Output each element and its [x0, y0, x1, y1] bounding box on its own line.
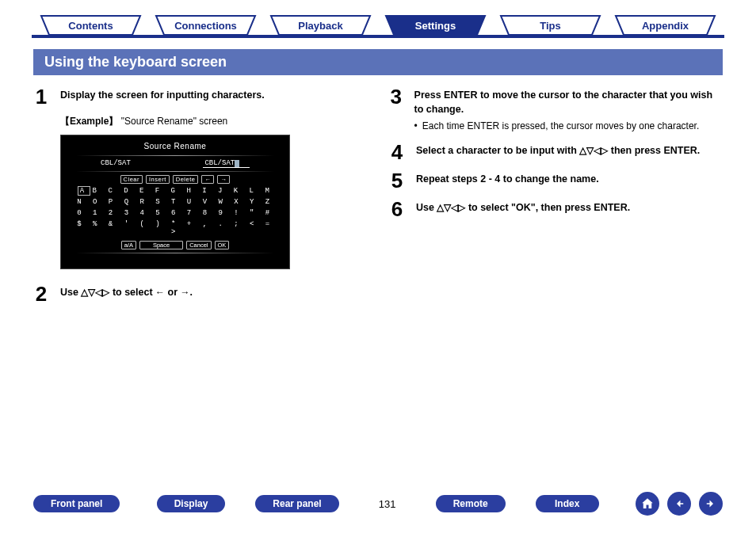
- step-4-body: Select a character to be input with △▽◁▷…: [416, 142, 700, 158]
- tab-connections-label: Connections: [148, 14, 263, 36]
- step-3-text: Press ENTER to move the cursor to the ch…: [414, 89, 712, 115]
- step-2-num: 2: [33, 284, 49, 304]
- svg-rect-1: [707, 503, 711, 504]
- content-columns: 1 Display the screen for inputting chara…: [0, 75, 756, 312]
- kb-cursor: [235, 160, 239, 167]
- svg-rect-0: [679, 503, 683, 504]
- kb-edit-field: CBL/SAT: [203, 159, 250, 168]
- kb-selected-A: A: [78, 186, 90, 196]
- prev-page-button[interactable]: [667, 492, 691, 516]
- kb-cancel-button: Cancel: [186, 241, 211, 249]
- example-prefix: 【Example】: [60, 116, 118, 127]
- bottom-middle-group: Display Rear panel 131 Remote Index: [120, 495, 636, 512]
- step-6-text-b: to select "OK", then press ENTER.: [465, 202, 630, 213]
- step-6-num: 6: [389, 199, 405, 219]
- kb-title: Source Rename: [72, 142, 278, 150]
- kb-alpha-row1-rest: B C D E F G H I J K L M: [93, 187, 273, 195]
- kb-right-label: CBL/SAT: [204, 159, 235, 167]
- arrow-left-icon: [672, 497, 686, 511]
- tab-playback-label: Playback: [263, 14, 378, 36]
- step-2: 2 Use △▽◁▷ to select ← or →.: [33, 284, 367, 304]
- nav-arrows-icon-2: △▽◁▷: [579, 145, 608, 156]
- kb-row-labels: CBL/SAT CBL/SAT: [72, 159, 278, 168]
- step-4-text-a: Select a character to be input with: [416, 145, 579, 156]
- kb-clear-button: Clear: [120, 175, 143, 184]
- kb-divider-mid: [76, 171, 274, 172]
- kb-divider-bottom: [76, 253, 274, 253]
- step-5: 5 Repeat steps 2 - 4 to change the name.: [389, 170, 723, 191]
- step-6-text-a: Use: [416, 202, 437, 213]
- step-1-text: Display the screen for inputting charact…: [60, 89, 265, 101]
- tab-contents[interactable]: Contents: [33, 14, 148, 36]
- bottom-bar: Front panel Display Rear panel 131 Remot…: [0, 492, 756, 516]
- kb-divider-top: [76, 155, 274, 156]
- front-panel-button[interactable]: Front panel: [33, 495, 120, 512]
- step-5-body: Repeat steps 2 - 4 to change the name.: [416, 170, 599, 186]
- step-5-num: 5: [389, 170, 405, 191]
- tab-appendix-label: Appendix: [608, 14, 723, 36]
- example-text: "Source Rename" screen: [118, 116, 227, 127]
- tab-settings[interactable]: Settings: [378, 14, 493, 36]
- example-line: 【Example】 "Source Rename" screen: [60, 115, 367, 128]
- kb-num-row: 0 1 2 3 4 5 6 7 8 9 ! " #: [72, 209, 278, 217]
- nav-arrows-icon: △▽◁▷: [81, 287, 109, 298]
- left-column: 1 Display the screen for inputting chara…: [33, 86, 367, 312]
- keyboard-screenshot: Source Rename CBL/SAT CBL/SAT Clear Inse…: [60, 135, 290, 269]
- step-3: 3 Press ENTER to move the cursor to the …: [389, 86, 723, 134]
- step-2-text-d: .: [190, 287, 193, 298]
- step-3-num: 3: [389, 86, 403, 107]
- step-1: 1 Display the screen for inputting chara…: [33, 86, 367, 107]
- step-1-num: 1: [33, 86, 49, 107]
- step-5-text: Repeat steps 2 - 4 to change the name.: [416, 173, 599, 185]
- step-3-bullet-text: Each time ENTER is pressed, the cursor m…: [422, 120, 699, 133]
- right-arrow-icon: →: [181, 287, 190, 298]
- step-6-body: Use △▽◁▷ to select "OK", then press ENTE…: [416, 199, 630, 215]
- arrow-right-icon: [704, 497, 718, 511]
- home-icon: [640, 497, 655, 511]
- kb-button-row: Clear Insert Delete ← →: [72, 175, 278, 184]
- kb-alpha-row2: N O P Q R S T U V W X Y Z: [72, 198, 278, 206]
- step-6: 6 Use △▽◁▷ to select "OK", then press EN…: [389, 199, 723, 219]
- kb-insert-button: Insert: [146, 175, 170, 184]
- section-title: Using the keyboard screen: [33, 49, 723, 75]
- step-1-body: Display the screen for inputting charact…: [60, 86, 265, 102]
- kb-delete-button: Delete: [173, 175, 199, 184]
- step-2-text-c: or: [165, 287, 180, 298]
- kb-left-button: ←: [201, 175, 214, 184]
- kb-sym-row: $ % & ' ( ) * + , . ; < = >: [72, 220, 278, 236]
- kb-alpha-row1: AB C D E F G H I J K L M: [72, 187, 278, 195]
- step-4: 4 Select a character to be input with △▽…: [389, 142, 723, 162]
- kb-right-button: →: [217, 175, 230, 184]
- tab-contents-label: Contents: [33, 14, 148, 36]
- index-button[interactable]: Index: [536, 495, 599, 512]
- kb-bottom-row: a/A Space Cancel OK: [72, 241, 278, 249]
- bottom-right-group: [636, 492, 723, 516]
- step-4-num: 4: [389, 142, 405, 162]
- tab-settings-label: Settings: [378, 14, 493, 36]
- step-2-text-a: Use: [60, 287, 81, 298]
- kb-left-label: CBL/SAT: [101, 159, 131, 168]
- step-2-body: Use △▽◁▷ to select ← or →.: [60, 284, 193, 299]
- step-4-text-b: then press ENTER.: [608, 145, 700, 156]
- step-3-bullet: • Each time ENTER is pressed, the cursor…: [414, 120, 723, 133]
- nav-arrows-icon-3: △▽◁▷: [437, 202, 465, 213]
- tab-tips-label: Tips: [493, 14, 608, 36]
- right-column: 3 Press ENTER to move the cursor to the …: [389, 86, 723, 312]
- tab-appendix[interactable]: Appendix: [608, 14, 723, 36]
- tab-connections[interactable]: Connections: [148, 14, 263, 36]
- kb-ok-button: OK: [215, 241, 230, 249]
- top-tabs: Contents Connections Playback Settings T…: [0, 0, 756, 36]
- kb-aA-button: a/A: [121, 241, 136, 249]
- bullet-dot-icon: •: [414, 120, 418, 133]
- kb-space-button: Space: [139, 241, 183, 249]
- display-button[interactable]: Display: [157, 495, 226, 512]
- page-number: 131: [369, 498, 406, 510]
- step-2-text-b: to select: [109, 287, 155, 298]
- tab-playback[interactable]: Playback: [263, 14, 378, 36]
- home-button[interactable]: [636, 492, 659, 516]
- next-page-button[interactable]: [699, 492, 723, 516]
- tab-tips[interactable]: Tips: [493, 14, 608, 36]
- step-3-body: Press ENTER to move the cursor to the ch…: [414, 86, 723, 134]
- remote-button[interactable]: Remote: [436, 495, 506, 512]
- rear-panel-button[interactable]: Rear panel: [255, 495, 338, 512]
